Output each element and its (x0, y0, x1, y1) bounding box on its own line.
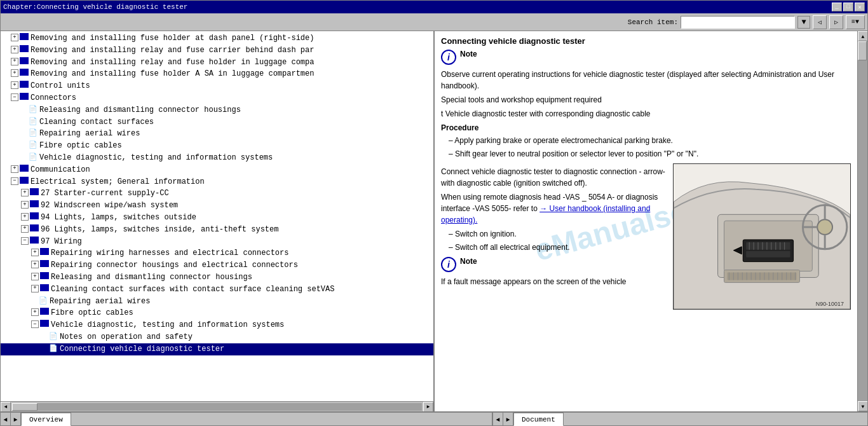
book-icon (20, 33, 29, 40)
expand-icon[interactable]: + (11, 69, 18, 77)
tab-overview-label: Overview (29, 416, 63, 423)
expand-icon[interactable]: + (21, 201, 29, 209)
tree-item[interactable]: + Removing and installing relay and fuse… (1, 57, 433, 69)
tree-item-label: Fibre optic cables (39, 141, 122, 151)
right-scrollbar: ▲ ▼ (857, 31, 867, 411)
search-dropdown-button[interactable]: ▼ (797, 16, 810, 29)
tree-item-active[interactable]: 📄 Connecting vehicle diagnostic tester (1, 343, 433, 355)
tab-left-arrow[interactable]: ◄ (1, 413, 11, 426)
tree-item[interactable]: + 92 Windscreen wipe/wash system (1, 200, 433, 212)
tree-item-label: Releasing and dismantling connector hous… (51, 272, 252, 283)
scroll-thumb[interactable] (12, 403, 37, 411)
tree-item-label: Repairing wiring harnesses and electrica… (51, 248, 288, 259)
right-panel: eManualsonline Connecting vehicle diagno… (435, 31, 857, 411)
tree-item[interactable]: 📄 Fibre optic cables (1, 140, 433, 152)
tree-item-label: Connectors (31, 93, 76, 104)
minimize-button[interactable]: _ (832, 3, 842, 11)
tree-item-label: Repairing aerial wires (39, 128, 140, 139)
tool-item: t Vehicle diagnostic tester with corresp… (441, 108, 851, 120)
expand-icon[interactable]: + (31, 308, 39, 316)
scroll-track[interactable] (12, 403, 422, 411)
expand-icon[interactable]: + (11, 58, 18, 65)
tree-item[interactable]: − Electrical system; General information (1, 176, 433, 188)
tree-item[interactable]: + Cleaning contact surfaces with contact… (1, 284, 433, 296)
expand-icon[interactable]: + (21, 189, 29, 196)
tab-document[interactable]: Document (513, 413, 564, 426)
maximize-button[interactable]: □ (843, 3, 853, 11)
expand-icon[interactable]: − (21, 237, 29, 245)
tree-item[interactable]: + 94 Lights, lamps, switches outside (1, 212, 433, 224)
left-bottom-tabs: ◄ ► Overview (1, 411, 493, 425)
tree-item[interactable]: 📄 Notes on operation and safety (1, 331, 433, 343)
scroll-left-button[interactable]: ◄ (1, 402, 11, 412)
tree-item[interactable]: + 27 Starter-current supply-CC (1, 188, 433, 200)
tree-item[interactable]: + Removing and installing relay and fuse… (1, 45, 433, 57)
expand-icon[interactable]: + (31, 285, 39, 292)
tree-item-label: Vehicle diagnostic, testing and informat… (39, 153, 273, 163)
expand-icon[interactable]: + (21, 225, 29, 233)
tree-item[interactable]: − Vehicle diagnostic, testing and inform… (1, 319, 433, 331)
tree-item[interactable]: 📄 Releasing and dismantling connector ho… (1, 104, 433, 116)
expand-icon[interactable]: + (11, 81, 18, 89)
tree-item[interactable]: + Releasing and dismantling connector ho… (1, 271, 433, 284)
tree-item[interactable]: 📄 Vehicle diagnostic, testing and inform… (1, 152, 433, 164)
expand-icon[interactable]: − (11, 93, 18, 101)
scroll-up-button[interactable]: ▲ (858, 31, 867, 41)
tab-overview[interactable]: Overview (21, 413, 71, 426)
expand-icon[interactable]: + (31, 249, 39, 256)
tree-item[interactable]: + Repairing wiring harnesses and electri… (1, 247, 433, 259)
book-icon (30, 188, 39, 195)
tree-item[interactable]: + Fibre optic cables (1, 307, 433, 319)
scroll-down-button[interactable]: ▼ (858, 401, 867, 411)
expand-icon[interactable]: + (11, 46, 18, 53)
tree-item[interactable]: 📄 Cleaning contact surfaces (1, 116, 433, 128)
tree-item[interactable]: + Removing and installing fuse holder A … (1, 68, 433, 80)
expand-icon[interactable]: + (11, 165, 18, 173)
note-content-2: Note (460, 257, 477, 266)
book-icon (40, 272, 49, 279)
tree-item[interactable]: + Repairing connector housings and elect… (1, 259, 433, 271)
search-next-button[interactable]: ▷ (829, 15, 843, 29)
tree-item-label: 97 Wiring (41, 237, 82, 247)
tree-item-label: Cleaning contact surfaces with contact s… (51, 284, 334, 295)
diagram-column: N90-10017 (673, 163, 851, 310)
expand-icon[interactable]: + (31, 273, 39, 280)
expand-icon[interactable]: + (31, 261, 39, 268)
right-scroll-thumb[interactable] (858, 41, 867, 60)
doc-icon: 📄 (49, 344, 58, 354)
expand-icon[interactable]: − (11, 177, 18, 185)
note-text-2: If a fault message appears on the screen… (441, 276, 667, 287)
book-icon (40, 308, 49, 315)
tree-item[interactable]: + Removing and installing fuse holder at… (1, 32, 433, 45)
tree-item-label: Removing and installing relay and fuse c… (31, 45, 314, 56)
tree-item[interactable]: + 96 Lights, lamps, switches inside, ant… (1, 224, 433, 236)
right-tab-right-arrow[interactable]: ► (503, 413, 513, 426)
tree-item-label: Removing and installing fuse holder at d… (31, 33, 314, 44)
scroll-right-button[interactable]: ► (423, 402, 433, 412)
bottom-area: ◄ ► Overview ◄ ► Document (1, 411, 867, 425)
connector-svg: N90-10017 (674, 164, 850, 309)
close-button[interactable]: ✕ (855, 3, 865, 11)
expand-icon[interactable]: − (31, 320, 39, 328)
tree-item[interactable]: 📄 Repairing aerial wires (1, 296, 433, 308)
doc-icon: 📄 (29, 141, 37, 150)
tree-item[interactable]: + Communication (1, 164, 433, 176)
doc-icon: 📄 (49, 332, 58, 341)
tree-item[interactable]: 📄 Repairing aerial wires (1, 128, 433, 140)
right-scroll-track[interactable] (858, 41, 867, 401)
expand-icon[interactable]: + (21, 213, 29, 221)
expand-icon[interactable]: + (11, 34, 18, 41)
search-input[interactable] (681, 16, 795, 29)
toolbar: Search item: ▼ ◁ ▷ ≡▼ (1, 13, 867, 31)
right-tab-left-arrow[interactable]: ◄ (493, 413, 503, 426)
tree-item[interactable]: − 97 Wiring (1, 236, 433, 248)
tree-item[interactable]: − Connectors (1, 92, 433, 104)
tree-item-label: Removing and installing relay and fuse h… (31, 57, 314, 68)
menu-button[interactable]: ≡▼ (846, 15, 865, 29)
book-icon (20, 165, 29, 172)
tab-right-arrow[interactable]: ► (11, 413, 21, 426)
left-scroll-area: + Removing and installing fuse holder at… (1, 31, 433, 401)
svg-rect-5 (746, 251, 790, 258)
search-prev-button[interactable]: ◁ (813, 15, 827, 29)
tree-item[interactable]: + Control units (1, 80, 433, 92)
